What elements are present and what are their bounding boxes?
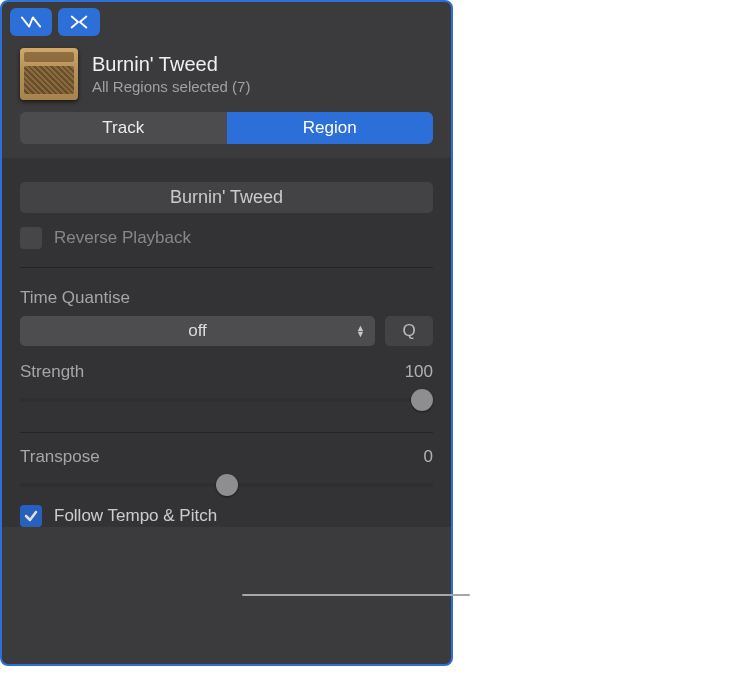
track-header: Burnin' Tweed All Regions selected (7) (2, 40, 451, 112)
slider-thumb[interactable] (216, 474, 238, 496)
time-quantise-dropdown[interactable]: off ▲▼ (20, 316, 375, 346)
follow-tempo-pitch-label: Follow Tempo & Pitch (54, 506, 217, 526)
strength-slider[interactable] (20, 386, 433, 414)
transpose-value: 0 (424, 447, 433, 467)
time-quantise-value: off (188, 321, 207, 341)
reverse-playback-checkbox[interactable] (20, 227, 42, 249)
tab-track[interactable]: Track (20, 112, 227, 144)
toolbar (2, 2, 451, 40)
reverse-playback-row[interactable]: Reverse Playback (20, 227, 433, 249)
follow-tempo-pitch-checkbox[interactable] (20, 505, 42, 527)
selection-subtitle: All Regions selected (7) (92, 78, 250, 95)
slider-thumb[interactable] (411, 389, 433, 411)
track-title: Burnin' Tweed (92, 53, 250, 76)
transpose-label: Transpose (20, 447, 100, 467)
strength-value: 100 (405, 362, 433, 382)
amp-icon (20, 48, 78, 100)
callout-line (242, 594, 470, 596)
collapse-button[interactable] (58, 8, 100, 36)
chevron-up-down-icon: ▲▼ (356, 325, 365, 337)
track-region-segmented: Track Region (20, 112, 433, 144)
transpose-slider[interactable] (20, 471, 433, 499)
time-quantise-label: Time Quantise (20, 288, 433, 308)
tab-region[interactable]: Region (227, 112, 434, 144)
follow-tempo-pitch-row[interactable]: Follow Tempo & Pitch (20, 505, 433, 527)
strength-label: Strength (20, 362, 84, 382)
quantise-button[interactable]: Q (385, 316, 433, 346)
reverse-playback-label: Reverse Playback (54, 228, 191, 248)
inspector-panel: Burnin' Tweed All Regions selected (7) T… (0, 0, 453, 666)
loop-mode-button[interactable] (10, 8, 52, 36)
region-name-field[interactable]: Burnin' Tweed (20, 182, 433, 213)
